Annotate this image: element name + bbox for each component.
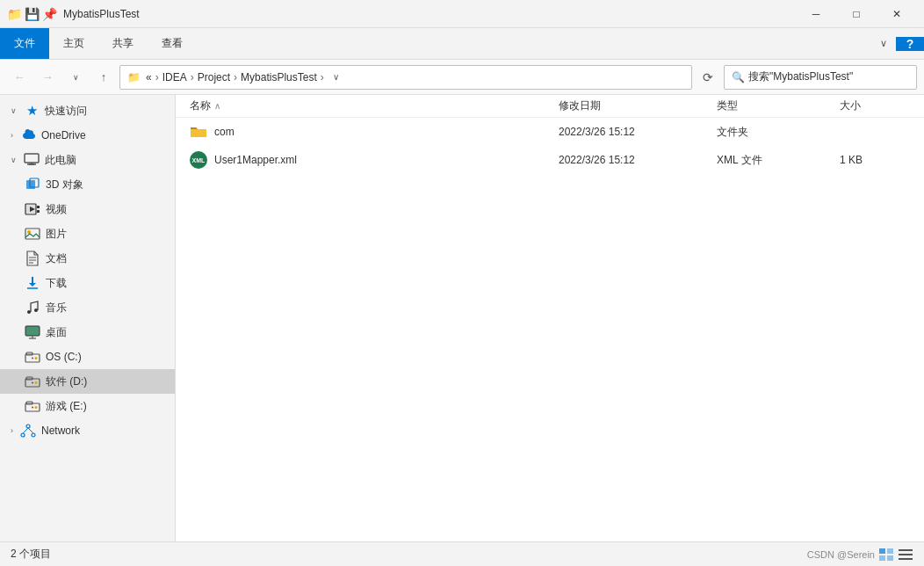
path-dropdown[interactable]: ∨ [328,65,345,90]
pictures-label: 图片 [46,227,67,242]
content-area: 名称 ∧ 修改日期 类型 大小 [176,95,924,541]
svg-rect-0 [25,154,39,163]
tab-share[interactable]: 共享 [98,28,148,59]
network-icon [20,423,36,439]
search-box[interactable]: 🔍 搜索"MybatisPlusTest" [724,65,917,90]
drive-c-label: OS (C:) [46,351,82,363]
svg-line-33 [23,428,28,433]
music-label: 音乐 [46,301,67,316]
svg-point-30 [26,424,30,428]
item-count: 2 个项目 [11,547,51,562]
list-view-icon[interactable] [898,548,913,562]
svg-rect-36 [887,548,893,554]
svg-rect-37 [879,555,885,561]
svg-rect-39 [899,549,913,551]
address-path[interactable]: 📁 « › IDEA › Project › MybatisPlusTest ›… [119,65,692,90]
drive-e-icon [25,398,40,414]
sidebar-item-drive-c[interactable]: OS (C:) [0,345,175,369]
chevron-icon: ∨ [11,156,17,164]
sidebar-item-drive-d[interactable]: 软件 (D:) [0,369,175,394]
tab-home[interactable]: 主页 [49,28,98,59]
folder-icon [190,123,207,141]
title-bar-icons: 📁 💾 📌 [7,7,56,21]
sidebar-item-desktop[interactable]: 桌面 [0,320,175,345]
status-bar: 2 个项目 CSDN @Serein [0,541,924,566]
sidebar: ∨ ★ 快速访问 › OneDrive ∨ 此电脑 [0,95,176,541]
chevron-icon: › [11,426,13,435]
col-size[interactable]: 大小 [840,98,910,113]
folder-icon: 📁 [7,7,21,21]
svg-rect-7 [37,210,40,213]
ribbon: 文件 主页 共享 查看 ∨ ? [0,28,924,60]
svg-rect-8 [25,229,40,239]
nav-down-button[interactable]: ∨ [63,65,88,90]
svg-point-29 [32,407,33,409]
back-button[interactable]: ← [7,65,32,90]
quick-access-label: 快速访问 [45,104,87,119]
drive-d-icon [25,374,40,389]
minimize-button[interactable]: ─ [796,0,836,28]
video-icon [25,201,40,217]
svg-point-9 [27,230,31,234]
downloads-icon [25,275,40,291]
search-text: 搜索"MybatisPlusTest" [748,69,909,84]
sort-arrow: ∧ [214,101,220,111]
watermark: CSDN @Serein [807,549,875,560]
pictures-icon [25,226,40,242]
tab-file[interactable]: 文件 [0,28,49,59]
save-icon: 💾 [25,7,39,21]
sidebar-item-quick-access[interactable]: ∨ ★ 快速访问 [0,98,175,123]
svg-point-31 [21,433,25,437]
view-icon[interactable] [878,548,894,562]
file-type: 文件夹 [717,125,840,140]
svg-point-25 [32,382,33,384]
svg-rect-41 [899,558,913,560]
video-label: 视频 [46,202,67,217]
svg-point-21 [32,358,33,359]
sidebar-item-drive-e[interactable]: 游戏 (E:) [0,394,175,418]
svg-point-28 [35,406,38,409]
music-icon [25,300,40,316]
3d-icon [25,177,40,192]
sidebar-item-this-pc[interactable]: ∨ 此电脑 [0,148,175,172]
xml-icon: XML [190,151,207,169]
maximize-button[interactable]: □ [836,0,877,28]
tab-view[interactable]: 查看 [148,28,197,59]
drive-e-label: 游戏 (E:) [46,399,87,414]
sidebar-item-documents[interactable]: 文档 [0,246,175,271]
svg-point-20 [35,357,38,359]
svg-rect-35 [879,548,885,554]
help-button[interactable]: ? [896,37,924,51]
sidebar-item-downloads[interactable]: 下载 [0,271,175,295]
sidebar-item-music[interactable]: 音乐 [0,295,175,320]
pin-icon: 📌 [42,7,56,21]
svg-rect-40 [899,554,913,555]
sidebar-item-network[interactable]: › Network [0,418,175,443]
up-button[interactable]: ↑ [91,65,116,90]
onedrive-label: OneDrive [41,129,86,142]
file-type: XML 文件 [717,153,840,168]
sidebar-item-3d[interactable]: 3D 对象 [0,172,175,197]
3d-label: 3D 对象 [46,178,83,192]
downloads-label: 下载 [46,276,67,291]
file-name-cell: XML User1Mapper.xml [190,151,559,169]
main-layout: ∨ ★ 快速访问 › OneDrive ∨ 此电脑 [0,95,924,541]
sidebar-item-onedrive[interactable]: › OneDrive [0,123,175,148]
svg-point-32 [32,433,35,437]
col-modified[interactable]: 修改日期 [559,98,717,113]
svg-rect-38 [887,555,893,561]
file-row[interactable]: XML User1Mapper.xml 2022/3/26 15:12 XML … [176,146,924,174]
refresh-button[interactable]: ⟳ [696,65,720,90]
ribbon-down-button[interactable]: ∨ [871,32,896,56]
documents-label: 文档 [46,251,67,266]
file-row[interactable]: com 2022/3/26 15:12 文件夹 [176,118,924,146]
col-type[interactable]: 类型 [717,98,840,113]
this-pc-label: 此电脑 [45,153,76,168]
forward-button[interactable]: → [35,65,60,90]
sidebar-item-pictures[interactable]: 图片 [0,221,175,246]
svg-point-24 [35,381,38,384]
col-name[interactable]: 名称 ∧ [190,98,559,113]
onedrive-icon [20,127,36,143]
sidebar-item-video[interactable]: 视频 [0,197,175,221]
close-button[interactable]: ✕ [877,0,917,28]
